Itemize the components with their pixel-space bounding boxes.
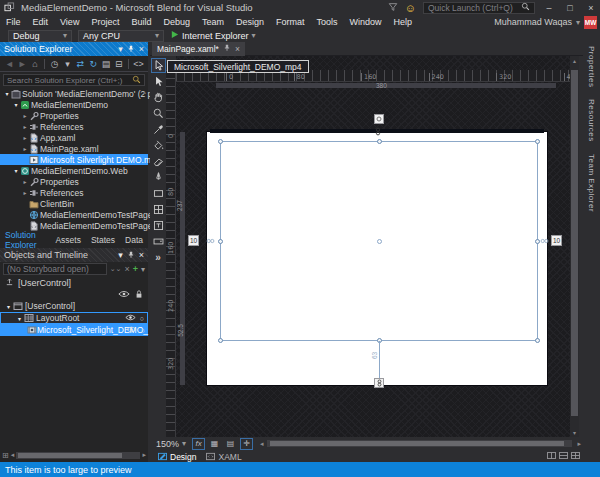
dropdown-icon[interactable]: ▾ — [62, 59, 73, 69]
eye-icon[interactable] — [126, 325, 137, 335]
top-chain-icon[interactable] — [375, 127, 381, 136]
tree-item[interactable]: ▾MediaElementDemo — [0, 99, 148, 110]
bottom-anchor-icon[interactable] — [374, 378, 384, 388]
pan-tool[interactable] — [151, 90, 166, 105]
selection-handle[interactable] — [218, 139, 223, 144]
selection-handle[interactable] — [535, 139, 540, 144]
close-storyboard-icon[interactable]: × — [124, 264, 129, 274]
snapping-constraints-icon[interactable]: ✛ — [240, 438, 253, 450]
side-tab-resources[interactable]: Resources — [587, 99, 596, 142]
tree-item[interactable]: MediaElementDemoTestPage.as — [0, 209, 148, 220]
close-icon[interactable]: × — [139, 44, 144, 54]
scroll-down-icon[interactable]: ▾ — [570, 429, 579, 436]
panel-tab-solution-explorer[interactable]: Solution Explorer — [0, 230, 50, 250]
menu-tools[interactable]: Tools — [311, 15, 344, 29]
eye-icon[interactable] — [118, 290, 130, 300]
selection-handle[interactable] — [377, 139, 382, 144]
scope-up-icon[interactable] — [5, 277, 14, 288]
forward-icon[interactable]: ► — [17, 59, 28, 69]
document-tab[interactable]: MainPage.xaml* × — [152, 42, 245, 56]
tree-item[interactable]: ▸MainPage.xaml — [0, 143, 148, 154]
media-element-selection[interactable] — [220, 141, 538, 341]
opacity-dot-icon[interactable]: ○ — [140, 315, 144, 322]
home-icon[interactable]: ⌂ — [30, 59, 41, 69]
margin-left-label[interactable]: 10 — [188, 235, 199, 246]
selection-handle[interactable] — [535, 338, 540, 343]
expander-closed-icon[interactable]: ▸ — [21, 134, 29, 141]
configuration-dropdown[interactable]: Debug▾ — [8, 30, 72, 42]
tree-item[interactable]: ▾Solution 'MediaElementDemo' (2 proje — [0, 88, 148, 99]
storyboard-picker[interactable]: (No Storyboard open) — [3, 263, 107, 275]
margin-bottom-label[interactable]: 63 — [371, 352, 378, 359]
feedback-smiley-icon[interactable]: ☺ — [405, 3, 416, 13]
rectangle-tool[interactable] — [151, 186, 166, 201]
selection-handle[interactable] — [218, 338, 223, 343]
grid-row-track[interactable] — [180, 132, 185, 385]
menu-format[interactable]: Format — [270, 15, 311, 29]
expander-open-icon[interactable]: ▾ — [12, 167, 20, 174]
expander-closed-icon[interactable]: ▸ — [21, 112, 29, 119]
expander-closed-icon[interactable]: ▸ — [21, 189, 29, 196]
paint-bucket-tool[interactable] — [151, 138, 166, 153]
pin-icon[interactable] — [127, 45, 135, 53]
tree-item[interactable]: ▾MediaElementDemo.Web — [0, 165, 148, 176]
scroll-up-icon[interactable]: ▴ — [570, 57, 579, 64]
direct-selection-tool[interactable] — [151, 74, 166, 89]
scroll-right-icon[interactable]: ▸ — [142, 451, 146, 459]
expander-closed-icon[interactable]: ▸ — [21, 178, 29, 185]
menu-help[interactable]: Help — [388, 15, 419, 29]
close-icon[interactable]: × — [139, 250, 144, 260]
panel-tab-data[interactable]: Data — [120, 235, 148, 245]
tree-item[interactable]: ▸References — [0, 121, 148, 132]
scrollbar[interactable]: ▴ — [141, 88, 148, 95]
tree-item[interactable]: ▸Properties — [0, 110, 148, 121]
eyedropper-tool[interactable] — [151, 122, 166, 137]
files-icon[interactable]: ▤ — [101, 59, 112, 69]
menu-team[interactable]: Team — [196, 15, 230, 29]
more-tools-tool[interactable]: » — [151, 250, 166, 265]
snap-grid-icon[interactable]: ▤ — [224, 438, 237, 450]
split-horizontal-icon[interactable] — [559, 451, 568, 461]
objects-tree-item[interactable]: ▾[UserControl] — [0, 300, 148, 312]
expander-closed-icon[interactable]: ▸ — [21, 123, 29, 130]
expander-open-icon[interactable]: ▾ — [3, 90, 11, 97]
top-anchor-icon[interactable] — [374, 114, 384, 124]
panel-tab-states[interactable]: States — [86, 235, 120, 245]
window-position-icon[interactable]: ▾ — [118, 250, 123, 260]
menu-view[interactable]: View — [54, 15, 85, 29]
scroll-left-icon[interactable]: ◂ — [260, 440, 264, 448]
timeline-options-icon[interactable]: ⊞ — [2, 451, 9, 460]
scroll-right-icon[interactable]: ▸ — [577, 440, 581, 448]
window-position-icon[interactable]: ▾ — [118, 44, 123, 54]
pin-icon[interactable] — [223, 44, 231, 54]
grid-tool[interactable] — [151, 202, 166, 217]
horizontal-scrollbar[interactable] — [16, 452, 140, 459]
expander-open-icon[interactable]: ▾ — [4, 303, 13, 310]
code-view-icon[interactable]: <> — [133, 59, 144, 69]
objects-timeline-header[interactable]: Objects and Timeline ▾ × — [0, 248, 148, 262]
pen-tool[interactable] — [151, 170, 166, 185]
tree-item[interactable]: ClientBin — [0, 198, 148, 209]
tree-item[interactable]: ▸Properties — [0, 176, 148, 187]
margin-left-anchor-icon[interactable] — [206, 238, 215, 244]
view-tab-xaml[interactable]: XAML — [206, 452, 241, 462]
run-button[interactable]: Internet Explorer ▾ — [170, 30, 256, 41]
objects-tree-item[interactable]: Microsoft_Silverlight_DEMO_○ — [0, 324, 148, 336]
selection-handle[interactable] — [218, 239, 223, 244]
refresh-icon[interactable]: ↻ — [88, 59, 99, 69]
effects-toggle-icon[interactable]: fx — [192, 438, 205, 450]
sync-icon[interactable]: ⇄ — [75, 59, 86, 69]
menu-file[interactable]: File — [0, 15, 27, 29]
margin-right-anchor-icon[interactable] — [540, 238, 549, 244]
notification-filter-icon[interactable] — [388, 2, 398, 14]
scroll-left-icon[interactable]: ◂ — [11, 451, 15, 459]
side-tab-properties[interactable]: Properties — [587, 46, 596, 87]
menu-design[interactable]: Design — [230, 15, 270, 29]
menu-debug[interactable]: Debug — [157, 15, 196, 29]
tree-item[interactable]: ▸App.xaml — [0, 132, 148, 143]
opacity-dot-icon[interactable]: ○ — [141, 327, 145, 334]
expander-open-icon[interactable]: ▾ — [15, 315, 24, 322]
minimize-button[interactable]: – — [542, 3, 556, 13]
lock-icon[interactable] — [135, 289, 143, 301]
split-vertical-icon[interactable] — [547, 451, 556, 461]
